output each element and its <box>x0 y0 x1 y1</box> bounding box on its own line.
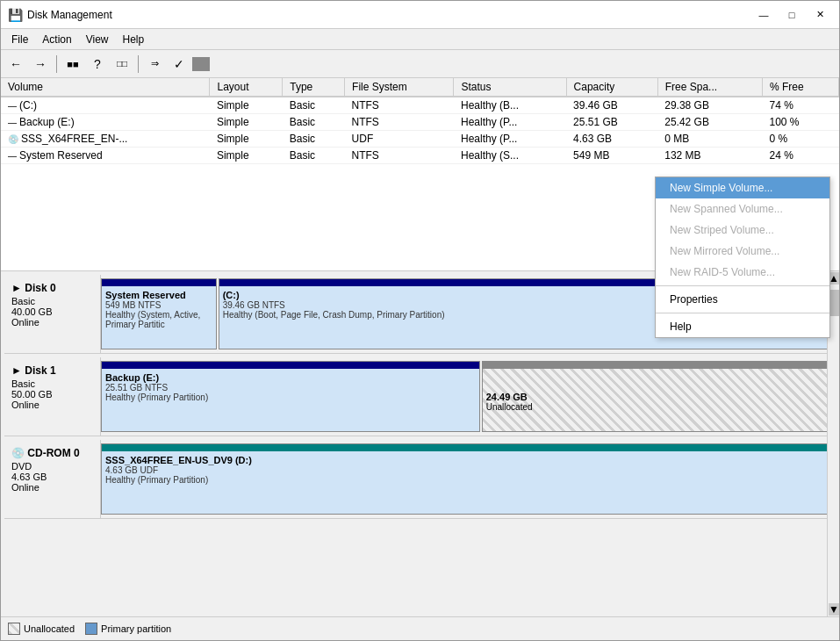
legend-bar: Unallocated Primary partition <box>1 616 839 640</box>
window-title: Disk Management <box>27 9 112 21</box>
disk-1-name: ► Disk 1 <box>11 364 93 377</box>
part-name: SSS_X64FREE_EN-US_DV9 (D:) <box>105 455 828 465</box>
table-row[interactable]: —(C:) Simple Basic NTFS Healthy (B... 39… <box>1 97 839 114</box>
toolbar-btn-5[interactable]: ✓ <box>168 54 190 75</box>
legend-label-primary: Primary partition <box>101 623 171 634</box>
cell-status: Healthy (P... <box>454 114 566 131</box>
cell-type: Basic <box>283 148 345 164</box>
menu-action[interactable]: Action <box>35 32 78 47</box>
disk-1-type: Basic <box>11 378 93 389</box>
content-area: Volume Layout Type File System Status Ca… <box>1 78 839 640</box>
disk-1-status: Online <box>11 400 93 410</box>
cell-layout: Simple <box>210 131 283 148</box>
ctx-new-striped: New Striped Volume... <box>656 220 829 241</box>
col-pctfree[interactable]: % Free <box>762 78 838 97</box>
menu-file[interactable]: File <box>4 32 35 47</box>
cdrom-part-dvd[interactable]: SSS_X64FREE_EN-US_DV9 (D:) 4.63 GB UDF H… <box>101 443 832 515</box>
part-status: Healthy (System, Active, Primary Partiti… <box>105 310 212 329</box>
ctx-help[interactable]: Help <box>656 316 829 337</box>
col-layout[interactable]: Layout <box>210 78 283 97</box>
cell-fs: NTFS <box>345 148 454 164</box>
disk-label-cdrom: 💿 CD-ROM 0 DVD 4.63 GB Online <box>4 440 101 518</box>
unalloc-content: 24.49 GB Unallocated <box>486 392 828 412</box>
legend-unallocated: Unallocated <box>8 623 75 635</box>
ctx-new-spanned: New Spanned Volume... <box>656 198 829 220</box>
unalloc-label: Unallocated <box>486 402 828 412</box>
unalloc-header <box>483 362 831 369</box>
cell-status: Healthy (B... <box>454 97 566 114</box>
cell-capacity: 25.51 GB <box>566 114 657 131</box>
cell-volume: 💿SSS_X64FREE_EN-... <box>1 131 210 148</box>
table-row[interactable]: —Backup (E:) Simple Basic NTFS Healthy (… <box>1 114 839 131</box>
cell-type: Basic <box>283 97 345 114</box>
disk-0-size: 40.00 GB <box>11 306 93 317</box>
table-row[interactable]: 💿SSS_X64FREE_EN-... Simple Basic UDF Hea… <box>1 131 839 148</box>
part-content: Backup (E:) 25.51 GB NTFS Healthy (Prima… <box>105 372 476 402</box>
disk-0-name: ► Disk 0 <box>11 282 93 294</box>
disk-row-cdrom: 💿 CD-ROM 0 DVD 4.63 GB Online SSS_X64FRE… <box>4 440 836 519</box>
cdrom-status: Online <box>11 482 93 493</box>
close-button[interactable]: ✕ <box>808 6 832 24</box>
part-header <box>102 279 216 286</box>
toolbar-btn-3[interactable]: □□ <box>111 54 133 75</box>
cell-fs: UDF <box>345 131 454 148</box>
cell-volume: —Backup (E:) <box>1 114 210 131</box>
ctx-sep-2 <box>656 313 829 313</box>
cell-layout: Simple <box>210 148 283 164</box>
app-icon: 💾 <box>8 8 22 22</box>
cell-status: Healthy (P... <box>454 131 566 148</box>
part-status: Healthy (Primary Partition) <box>105 393 476 402</box>
toolbar-sep-1 <box>56 55 57 73</box>
cell-fs: NTFS <box>345 114 454 131</box>
col-volume[interactable]: Volume <box>1 78 210 97</box>
table-row[interactable]: —System Reserved Simple Basic NTFS Healt… <box>1 148 839 164</box>
col-type[interactable]: Type <box>283 78 345 97</box>
scroll-down-arrow[interactable]: ▼ <box>829 603 839 616</box>
cell-capacity: 4.63 GB <box>566 131 657 148</box>
col-filesystem[interactable]: File System <box>345 78 454 97</box>
cdrom-type: DVD <box>11 461 93 472</box>
cell-volume: —System Reserved <box>1 148 210 164</box>
disk-row-1: ► Disk 1 Basic 50.00 GB Online Backup (E… <box>4 357 836 436</box>
minimize-button[interactable]: — <box>751 6 776 24</box>
col-capacity[interactable]: Capacity <box>566 78 657 97</box>
toolbar-btn-1[interactable]: ■■ <box>61 54 84 75</box>
part-size: 549 MB NTFS <box>105 300 212 310</box>
toolbar-btn-6[interactable] <box>192 57 210 71</box>
ctx-properties[interactable]: Properties <box>656 289 829 310</box>
cell-free: 132 MB <box>657 148 762 164</box>
disk-1-part-backup[interactable]: Backup (E:) 25.51 GB NTFS Healthy (Prima… <box>101 361 480 432</box>
cdrom-size: 4.63 GB <box>11 472 93 482</box>
cell-layout: Simple <box>210 97 283 114</box>
back-button[interactable]: ← <box>4 54 27 75</box>
ctx-new-raid5: New RAID-5 Volume... <box>656 262 829 283</box>
part-content: System Reserved 549 MB NTFS Healthy (Sys… <box>105 290 212 329</box>
cell-status: Healthy (S... <box>454 148 566 164</box>
cdrom-partitions: SSS_X64FREE_EN-US_DV9 (D:) 4.63 GB UDF H… <box>101 440 836 518</box>
disk-1-parts-row: Backup (E:) 25.51 GB NTFS Healthy (Prima… <box>101 361 832 432</box>
part-status: Healthy (Primary Partition) <box>105 475 828 485</box>
main-window: 💾 Disk Management — □ ✕ File Action View… <box>0 0 840 641</box>
disk-label-0: ► Disk 0 Basic 40.00 GB Online <box>4 275 101 353</box>
disk-0-part-reserved[interactable]: System Reserved 549 MB NTFS Healthy (Sys… <box>101 278 217 349</box>
cell-capacity: 549 MB <box>566 148 657 164</box>
disk-1-partitions: Backup (E:) 25.51 GB NTFS Healthy (Prima… <box>101 357 836 436</box>
toolbar-btn-4[interactable]: ⇒ <box>143 54 166 75</box>
cell-pct: 24 % <box>762 148 838 164</box>
volume-table: Volume Layout Type File System Status Ca… <box>1 78 839 164</box>
menu-view[interactable]: View <box>79 32 116 47</box>
col-status[interactable]: Status <box>454 78 566 97</box>
table-header-row: Volume Layout Type File System Status Ca… <box>1 78 839 97</box>
col-freespace[interactable]: Free Spa... <box>657 78 762 97</box>
maximize-button[interactable]: □ <box>779 6 804 24</box>
disk-1-unallocated[interactable]: 24.49 GB Unallocated <box>482 361 832 432</box>
part-name: Backup (E:) <box>105 372 476 383</box>
ctx-new-simple[interactable]: New Simple Volume... <box>656 177 829 198</box>
menu-help[interactable]: Help <box>116 32 152 47</box>
toolbar-btn-2[interactable]: ? <box>86 54 109 75</box>
disk-label-1: ► Disk 1 Basic 50.00 GB Online <box>4 357 101 436</box>
forward-button[interactable]: → <box>29 54 52 75</box>
title-bar-left: 💾 Disk Management <box>8 8 112 22</box>
menu-bar: File Action View Help <box>1 29 839 50</box>
cell-fs: NTFS <box>345 97 454 114</box>
